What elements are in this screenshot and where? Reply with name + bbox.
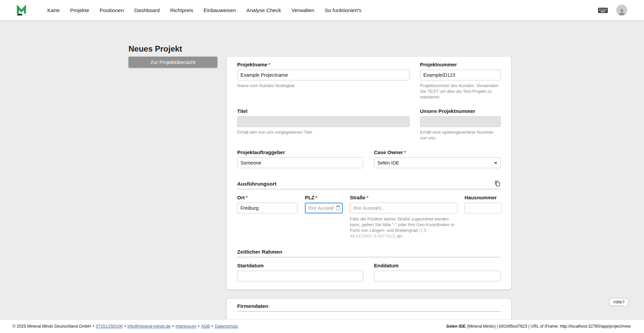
nav-item-projekte[interactable]: Projekte bbox=[70, 7, 89, 13]
projektauftraggeber-input[interactable] bbox=[237, 157, 363, 168]
titel-label: Titel bbox=[237, 108, 410, 114]
footer-impressum-link[interactable]: Impressum bbox=[175, 324, 196, 329]
nav-item-karte[interactable]: Karte bbox=[47, 7, 60, 13]
main-nav: Karte Projekte Positionen Dashboard Rich… bbox=[47, 7, 362, 13]
section-firmendaten-head: Firmendaten bbox=[237, 303, 501, 309]
footer-separator: • bbox=[124, 324, 126, 329]
footer-agb-link[interactable]: AGB bbox=[201, 324, 210, 329]
brand-logo-icon[interactable] bbox=[16, 4, 29, 17]
ort-label-text: Ort bbox=[237, 195, 245, 200]
projektnummer-label: Projektnummer bbox=[420, 62, 501, 68]
footer: © 2025 Mineral Minds Deutschland GmbH • … bbox=[0, 319, 644, 333]
loading-spinner-icon bbox=[336, 206, 340, 210]
projektname-input[interactable] bbox=[237, 70, 410, 80]
nav-item-richtpreis[interactable]: Richtpreis bbox=[170, 7, 193, 13]
section-ausfuehrungsort-title: Ausführungsort bbox=[237, 181, 276, 187]
titel-input bbox=[237, 116, 410, 127]
strasse-field: Straße* bbox=[350, 195, 458, 213]
projektnummer-label-text: Projektnummer bbox=[420, 62, 457, 67]
footer-email-link[interactable]: info@mineral-minds.de bbox=[127, 324, 171, 329]
projektnummer-field: Projektnummer Projektnummer des Kunden. … bbox=[420, 62, 501, 100]
projektname-label: Projektname* bbox=[237, 62, 410, 68]
strasse-helper-main: Falls die Position keiner Straße zugeord… bbox=[350, 216, 454, 233]
row-auftraggeber-caseowner: Projektauftraggeber Case Owner* Selen ID… bbox=[237, 149, 501, 168]
firmendaten-card: Firmendaten bbox=[227, 299, 511, 319]
projektname-field: Projektname* Name vom Kunden festlegbar bbox=[237, 62, 410, 100]
required-asterisk: * bbox=[268, 62, 270, 67]
copy-icon bbox=[494, 180, 501, 187]
required-asterisk: * bbox=[315, 195, 317, 200]
footer-session-detail: (Mineral Minds) | b91695ed7623 | URL of … bbox=[466, 324, 631, 329]
nav-item-analyse-check[interactable]: Analyse Check bbox=[247, 7, 281, 13]
projektname-helper: Name vom Kunden festlegbar bbox=[237, 83, 410, 88]
required-asterisk: * bbox=[367, 195, 369, 200]
projektnummer-input[interactable] bbox=[420, 70, 501, 80]
footer-user-name: Selen IDE bbox=[446, 324, 466, 329]
startdatum-field: Startdatum bbox=[237, 263, 363, 281]
row-projektname-projektnummer: Projektname* Name vom Kunden festlegbar … bbox=[237, 62, 501, 100]
row-address: Ort* PLZ* Straße* bbox=[237, 195, 501, 239]
projektname-label-text: Projektname bbox=[237, 62, 267, 67]
section-zeitlicher-rahmen-head: Zeitlicher Rahmen bbox=[237, 249, 501, 255]
unsere-projektnummer-input bbox=[420, 116, 501, 127]
startdatum-input[interactable] bbox=[237, 271, 363, 281]
footer-separator: • bbox=[172, 324, 174, 329]
enddatum-label: Enddatum bbox=[374, 263, 501, 269]
section-zeitlicher-rahmen: Zeitlicher Rahmen bbox=[237, 249, 501, 257]
startdatum-label: Startdatum bbox=[237, 263, 363, 269]
ort-input[interactable] bbox=[237, 203, 298, 213]
hausnummer-field: Hausnummer bbox=[465, 195, 501, 213]
project-overview-button[interactable]: Zur Projektübersicht bbox=[128, 57, 217, 68]
strasse-helper: Falls die Position keiner Straße zugeord… bbox=[350, 216, 458, 239]
plz-label: PLZ* bbox=[305, 195, 343, 201]
unsere-projektnummer-label: Unsere Projektnummer bbox=[420, 108, 501, 114]
nav-item-positionen[interactable]: Positionen bbox=[100, 7, 124, 13]
unsere-projektnummer-helper: Erhält eine systemgenerierte Nummer von … bbox=[420, 129, 501, 141]
titel-helper: Erhält den von uns vorgegebenen Titel. bbox=[237, 129, 410, 135]
case-owner-label-text: Case Owner bbox=[374, 149, 403, 155]
enddatum-input[interactable] bbox=[374, 271, 501, 281]
user-avatar[interactable] bbox=[616, 5, 627, 16]
section-firmendaten-divider bbox=[237, 311, 501, 312]
titel-label-text: Titel bbox=[237, 108, 248, 114]
form-cards: Projektname* Name vom Kunden festlegbar … bbox=[227, 57, 511, 319]
unsere-projektnummer-label-text: Unsere Projektnummer bbox=[420, 108, 475, 114]
chevron-down-icon bbox=[494, 162, 497, 164]
strasse-input[interactable] bbox=[350, 203, 458, 213]
footer-phone-link[interactable]: 07151/250100 bbox=[96, 324, 123, 329]
footer-separator: • bbox=[212, 324, 213, 329]
section-zeitlicher-rahmen-divider bbox=[237, 257, 501, 257]
required-asterisk: * bbox=[246, 195, 248, 200]
nav-item-einbauweisen[interactable]: Einbauweisen bbox=[204, 7, 236, 13]
page-title: Neues Projekt bbox=[128, 44, 182, 54]
section-ausfuehrungsort: Ausführungsort bbox=[237, 180, 501, 189]
hausnummer-label: Hausnummer bbox=[465, 195, 501, 201]
footer-separator: • bbox=[198, 324, 199, 329]
nav-item-verwalten[interactable]: Verwalten bbox=[291, 7, 314, 13]
copy-address-button[interactable] bbox=[494, 180, 501, 187]
footer-copyright: © 2025 Mineral Minds Deutschland GmbH bbox=[12, 324, 91, 329]
nav-item-so-funktionierts[interactable]: So funktioniert's bbox=[325, 7, 362, 13]
projektauftraggeber-label: Projektauftraggeber bbox=[237, 149, 363, 155]
hausnummer-input[interactable] bbox=[465, 203, 501, 213]
section-firmendaten-title: Firmendaten bbox=[237, 303, 268, 309]
app-root: { "colors": { "brand_green": "#2ea05a", … bbox=[0, 0, 644, 333]
strasse-label: Straße* bbox=[350, 195, 458, 201]
help-button[interactable]: Hilfe? bbox=[609, 298, 629, 306]
case-owner-value: Selen IDE bbox=[377, 160, 399, 165]
nav-item-dashboard[interactable]: Dashboard bbox=[134, 7, 160, 13]
projektnummer-helper: Projektnummer des Kunden. Verwenden Sie … bbox=[420, 83, 501, 100]
unsere-projektnummer-field: Unsere Projektnummer Erhält eine systemg… bbox=[420, 108, 501, 141]
titel-field: Titel Erhält den von uns vorgegebenen Ti… bbox=[237, 108, 410, 141]
plz-field: PLZ* bbox=[305, 195, 343, 213]
footer-datenschutz-link[interactable]: Datenschutz bbox=[215, 324, 238, 329]
case-owner-select[interactable]: Selen IDE bbox=[374, 157, 501, 168]
projektauftraggeber-label-text: Projektauftraggeber bbox=[237, 149, 285, 155]
main-content: Neues Projekt Zur Projektübersicht Proje… bbox=[0, 20, 644, 319]
keyboard-icon[interactable] bbox=[598, 7, 608, 14]
section-zeitlicher-rahmen-title: Zeitlicher Rahmen bbox=[237, 249, 282, 255]
footer-left: © 2025 Mineral Minds Deutschland GmbH • … bbox=[12, 324, 238, 329]
footer-separator: • bbox=[93, 324, 94, 329]
enddatum-field: Enddatum bbox=[374, 263, 501, 281]
hausnummer-label-text: Hausnummer bbox=[465, 195, 497, 200]
